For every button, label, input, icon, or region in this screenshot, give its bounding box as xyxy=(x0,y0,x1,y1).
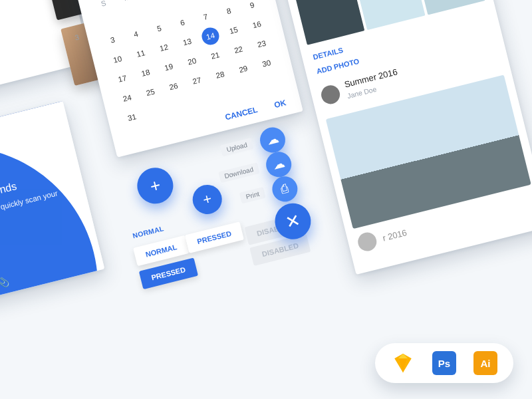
calendar-day[interactable]: 4 xyxy=(122,23,150,45)
cloud-download-icon: ☁ xyxy=(271,156,287,173)
fab-add-large[interactable]: + xyxy=(134,164,177,207)
calendar-day[interactable]: 9 xyxy=(238,0,265,17)
calendar-day[interactable]: 18 xyxy=(132,62,159,84)
status-bar: ▞ ▲ ▮ 07:53 xyxy=(0,101,66,152)
calendar-day[interactable]: 31 xyxy=(118,106,146,129)
avatar xyxy=(319,83,342,106)
calendar-day[interactable]: 20 xyxy=(178,50,205,72)
speed-action-download[interactable]: ☁ xyxy=(263,149,294,180)
calendar-day[interactable]: 6 xyxy=(169,11,196,34)
calendar-day[interactable]: 3 xyxy=(99,29,126,51)
album-card: SAVE PLAY Rate this album Annie Brwn Ice… xyxy=(0,0,90,104)
ok-button[interactable]: OK xyxy=(273,98,287,110)
status-time: 07:53 xyxy=(43,101,61,103)
calendar-day[interactable]: 10 xyxy=(104,48,131,70)
calendar-blank xyxy=(140,0,168,21)
calendar-blank xyxy=(187,0,214,9)
sketch-icon xyxy=(392,352,414,374)
tool-badges: Ps Ai xyxy=(375,343,513,383)
speed-action-upload[interactable]: ☁ xyxy=(257,124,288,155)
calendar-day[interactable]: 11 xyxy=(127,43,154,65)
calendar-day[interactable]: 17 xyxy=(108,67,136,90)
speed-label-upload: Upload xyxy=(220,138,253,156)
speed-label-download: Download xyxy=(218,162,260,183)
album-title-3: r 2016 xyxy=(382,227,408,243)
calendar-day[interactable]: 27 xyxy=(183,69,210,92)
search-tip-panel: ▞ ▲ ▮ 07:53 🔍 Search your compounds Tap … xyxy=(0,101,104,319)
calendar-day[interactable]: 13 xyxy=(174,31,201,53)
calendar-day[interactable]: 12 xyxy=(150,37,178,59)
wifi-icon: ▲ xyxy=(23,101,31,108)
printer-icon: ⎙ xyxy=(279,182,290,197)
signal-icon: ▞ xyxy=(12,102,19,111)
calendar-blank xyxy=(118,3,145,26)
calendar-day[interactable]: 22 xyxy=(225,39,252,61)
calendar-day[interactable]: 15 xyxy=(220,19,247,42)
calendar-day[interactable]: 24 xyxy=(114,87,141,110)
buttons-section-label: NORMAL xyxy=(132,224,164,239)
calendar-day[interactable]: 25 xyxy=(137,81,164,104)
calendar-blank xyxy=(164,0,191,15)
flat-button-pressed[interactable]: PRESSED xyxy=(185,221,244,253)
fab-add-medium[interactable]: + xyxy=(190,182,225,217)
photoshop-badge: Ps xyxy=(432,351,456,375)
calendar-day[interactable]: 21 xyxy=(201,45,229,67)
calendar-day[interactable]: 29 xyxy=(229,58,257,80)
calendar-day[interactable]: 23 xyxy=(248,33,275,55)
calendar-dow: S xyxy=(90,0,117,13)
cancel-button[interactable]: CANCEL xyxy=(224,105,259,122)
cloud-upload-icon: ☁ xyxy=(265,132,281,149)
speed-action-print[interactable]: ⎙ xyxy=(269,174,300,204)
calendar-day[interactable]: 19 xyxy=(155,56,182,78)
calendar-day[interactable]: 16 xyxy=(243,13,271,36)
calendar-day[interactable]: 28 xyxy=(206,64,233,86)
avatar xyxy=(356,231,378,253)
calendar-day[interactable]: 14 xyxy=(200,26,221,47)
illustrator-badge: Ai xyxy=(473,351,497,375)
calendar-grid: SMTWTFS123456789101112131415161718192021… xyxy=(77,0,297,134)
calendar-day[interactable]: 30 xyxy=(253,52,280,74)
battery-icon: ▮ xyxy=(34,101,39,106)
speed-label-print: Print xyxy=(239,187,266,203)
calendar-day[interactable]: 26 xyxy=(160,75,188,98)
calendar-day[interactable]: 7 xyxy=(192,5,219,28)
calendar-day[interactable]: 8 xyxy=(215,0,243,23)
calendar-blank xyxy=(94,9,122,32)
close-icon: ✕ xyxy=(283,209,303,233)
calendar-day[interactable]: 5 xyxy=(146,17,173,40)
sketch-badge xyxy=(391,351,415,375)
